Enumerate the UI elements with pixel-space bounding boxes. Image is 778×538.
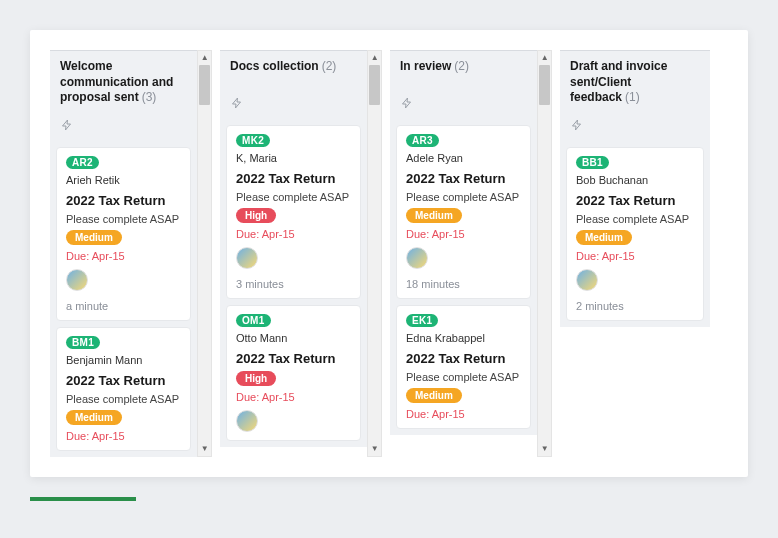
- card-badge: AR3: [406, 134, 439, 147]
- card-desc: Please complete ASAP: [406, 191, 521, 203]
- scroll-up-icon[interactable]: ▲: [198, 51, 211, 65]
- due-date: Due: Apr-15: [406, 228, 521, 240]
- client-name: K, Maria: [236, 152, 351, 164]
- card[interactable]: AR3 Adele Ryan 2022 Tax Return Please co…: [396, 125, 531, 299]
- column-wrap: In review(2) AR3 Adele Ryan 2022 Tax Ret…: [390, 50, 552, 457]
- card[interactable]: AR2 Arieh Retik 2022 Tax Return Please c…: [56, 147, 191, 321]
- column-docs: Docs collection(2) MK2 K, Maria 2022 Tax…: [220, 50, 367, 457]
- scroll-thumb[interactable]: [369, 65, 380, 105]
- priority-badge: High: [236, 371, 276, 386]
- due-date: Due: Apr-15: [406, 408, 521, 420]
- column-draft: Draft and invoice sent/Client feedback(1…: [560, 50, 710, 457]
- priority-badge: Medium: [406, 388, 462, 403]
- progress-bar: [30, 497, 136, 501]
- card-title: 2022 Tax Return: [236, 171, 351, 186]
- priority-badge: Medium: [66, 410, 122, 425]
- priority-badge: Medium: [66, 230, 122, 245]
- priority-badge: Medium: [576, 230, 632, 245]
- card-title: 2022 Tax Return: [66, 193, 181, 208]
- card[interactable]: OM1 Otto Mann 2022 Tax Return High Due: …: [226, 305, 361, 441]
- scroll-up-icon[interactable]: ▲: [538, 51, 551, 65]
- client-name: Arieh Retik: [66, 174, 181, 186]
- client-name: Adele Ryan: [406, 152, 521, 164]
- client-name: Bob Buchanan: [576, 174, 694, 186]
- card-badge: BM1: [66, 336, 100, 349]
- time-ago: 3 minutes: [236, 278, 351, 290]
- scroll-thumb[interactable]: [199, 65, 210, 105]
- card-badge: MK2: [236, 134, 270, 147]
- client-name: Otto Mann: [236, 332, 351, 344]
- avatar[interactable]: [236, 410, 258, 432]
- column-title: In review: [400, 59, 451, 73]
- scroll-down-icon[interactable]: ▼: [368, 442, 381, 456]
- card-desc: Please complete ASAP: [66, 393, 181, 405]
- lightning-icon[interactable]: [401, 98, 413, 113]
- card-desc: Please complete ASAP: [66, 213, 181, 225]
- client-name: Edna Krabappel: [406, 332, 521, 344]
- avatar[interactable]: [236, 247, 258, 269]
- column-header[interactable]: Draft and invoice sent/Client feedback(1…: [560, 50, 710, 114]
- scrollbar[interactable]: ▲ ▼: [197, 50, 212, 457]
- card[interactable]: EK1 Edna Krabappel 2022 Tax Return Pleas…: [396, 305, 531, 429]
- card[interactable]: MK2 K, Maria 2022 Tax Return Please comp…: [226, 125, 361, 299]
- card-title: 2022 Tax Return: [406, 351, 521, 366]
- priority-badge: Medium: [406, 208, 462, 223]
- column-welcome: Welcome communication and proposal sent(…: [50, 50, 197, 457]
- scroll-up-icon[interactable]: ▲: [368, 51, 381, 65]
- column-in-review: In review(2) AR3 Adele Ryan 2022 Tax Ret…: [390, 50, 537, 457]
- column-wrap: Draft and invoice sent/Client feedback(1…: [560, 50, 710, 457]
- avatar[interactable]: [576, 269, 598, 291]
- column-icon-row: [560, 114, 710, 141]
- column-count: (2): [454, 59, 469, 73]
- scrollbar[interactable]: ▲ ▼: [537, 50, 552, 457]
- column-wrap: Docs collection(2) MK2 K, Maria 2022 Tax…: [220, 50, 382, 457]
- card[interactable]: BM1 Benjamin Mann 2022 Tax Return Please…: [56, 327, 191, 451]
- column-title: Welcome communication and proposal sent: [60, 59, 173, 104]
- lightning-icon[interactable]: [231, 98, 243, 113]
- due-date: Due: Apr-15: [66, 430, 181, 442]
- card-desc: Please complete ASAP: [576, 213, 694, 225]
- column-title: Docs collection: [230, 59, 319, 73]
- card-title: 2022 Tax Return: [66, 373, 181, 388]
- column-icon-row: [220, 92, 367, 119]
- column-title: Draft and invoice sent/Client feedback: [570, 59, 667, 104]
- priority-badge: High: [236, 208, 276, 223]
- lightning-icon[interactable]: [61, 120, 73, 135]
- card-badge: AR2: [66, 156, 99, 169]
- column-icon-row: [390, 92, 537, 119]
- card-desc: Please complete ASAP: [236, 191, 351, 203]
- column-body[interactable]: AR3 Adele Ryan 2022 Tax Return Please co…: [390, 119, 537, 435]
- column-header[interactable]: Welcome communication and proposal sent(…: [50, 50, 197, 114]
- column-body[interactable]: BB1 Bob Buchanan 2022 Tax Return Please …: [560, 141, 710, 327]
- column-count: (2): [322, 59, 337, 73]
- time-ago: a minute: [66, 300, 181, 312]
- due-date: Due: Apr-15: [236, 391, 351, 403]
- card-badge: EK1: [406, 314, 438, 327]
- card-badge: BB1: [576, 156, 609, 169]
- scroll-down-icon[interactable]: ▼: [538, 442, 551, 456]
- column-count: (3): [142, 90, 157, 104]
- column-header[interactable]: Docs collection(2): [220, 50, 367, 92]
- scrollbar[interactable]: ▲ ▼: [367, 50, 382, 457]
- avatar[interactable]: [66, 269, 88, 291]
- column-header[interactable]: In review(2): [390, 50, 537, 92]
- avatar[interactable]: [406, 247, 428, 269]
- time-ago: 2 minutes: [576, 300, 694, 312]
- column-icon-row: [50, 114, 197, 141]
- due-date: Due: Apr-15: [66, 250, 181, 262]
- due-date: Due: Apr-15: [576, 250, 694, 262]
- card-title: 2022 Tax Return: [236, 351, 351, 366]
- column-body[interactable]: AR2 Arieh Retik 2022 Tax Return Please c…: [50, 141, 197, 457]
- lightning-icon[interactable]: [571, 120, 583, 135]
- column-body[interactable]: MK2 K, Maria 2022 Tax Return Please comp…: [220, 119, 367, 447]
- time-ago: 18 minutes: [406, 278, 521, 290]
- scroll-down-icon[interactable]: ▼: [198, 442, 211, 456]
- kanban-board: Welcome communication and proposal sent(…: [30, 30, 748, 477]
- scroll-thumb[interactable]: [539, 65, 550, 105]
- card-desc: Please complete ASAP: [406, 371, 521, 383]
- due-date: Due: Apr-15: [236, 228, 351, 240]
- card[interactable]: BB1 Bob Buchanan 2022 Tax Return Please …: [566, 147, 704, 321]
- card-badge: OM1: [236, 314, 271, 327]
- column-wrap: Welcome communication and proposal sent(…: [50, 50, 212, 457]
- card-title: 2022 Tax Return: [406, 171, 521, 186]
